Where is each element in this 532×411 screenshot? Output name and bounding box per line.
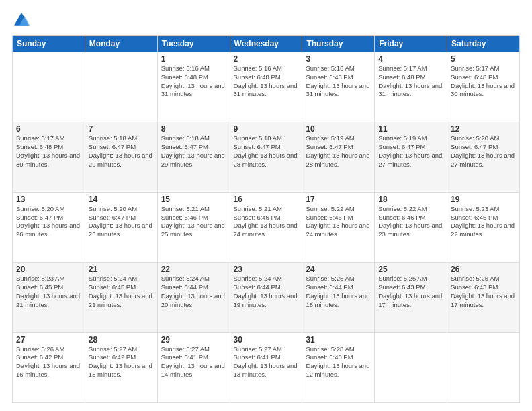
day-number: 12 [451,124,516,134]
day-info: Sunrise: 5:19 AM Sunset: 6:47 PM Dayligh… [306,134,371,169]
day-number: 6 [16,124,81,134]
day-number: 4 [378,54,443,64]
calendar-cell [447,332,520,402]
day-info: Sunrise: 5:20 AM Sunset: 6:47 PM Dayligh… [16,205,81,239]
day-number: 1 [161,54,226,64]
calendar-cell: 6Sunrise: 5:17 AM Sunset: 6:48 PM Daylig… [13,122,85,192]
day-info: Sunrise: 5:27 AM Sunset: 6:42 PM Dayligh… [89,345,154,379]
day-number: 20 [16,265,81,274]
calendar-cell: 24Sunrise: 5:25 AM Sunset: 6:44 PM Dayli… [302,263,375,332]
day-number: 29 [161,335,226,345]
day-info: Sunrise: 5:20 AM Sunset: 6:47 PM Dayligh… [89,205,154,239]
day-number: 3 [306,54,371,64]
day-info: Sunrise: 5:22 AM Sunset: 6:46 PM Dayligh… [378,205,443,239]
day-number: 2 [234,54,299,64]
calendar-week-row: 6Sunrise: 5:17 AM Sunset: 6:48 PM Daylig… [13,122,520,192]
day-number: 27 [16,335,81,345]
day-number: 10 [306,124,371,134]
calendar-cell: 14Sunrise: 5:20 AM Sunset: 6:47 PM Dayli… [85,192,157,262]
day-info: Sunrise: 5:25 AM Sunset: 6:43 PM Dayligh… [378,275,443,309]
calendar-cell: 3Sunrise: 5:16 AM Sunset: 6:48 PM Daylig… [302,52,375,122]
day-info: Sunrise: 5:17 AM Sunset: 6:48 PM Dayligh… [378,64,443,99]
calendar-cell: 31Sunrise: 5:28 AM Sunset: 6:40 PM Dayli… [302,332,375,402]
day-info: Sunrise: 5:16 AM Sunset: 6:48 PM Dayligh… [161,64,226,99]
calendar-cell: 19Sunrise: 5:23 AM Sunset: 6:45 PM Dayli… [447,192,520,262]
calendar-cell: 27Sunrise: 5:26 AM Sunset: 6:42 PM Dayli… [13,332,85,402]
calendar-cell: 11Sunrise: 5:19 AM Sunset: 6:47 PM Dayli… [375,122,447,192]
page: SundayMondayTuesdayWednesdayThursdayFrid… [0,0,532,411]
day-number: 18 [378,195,443,204]
day-number: 22 [161,265,226,274]
calendar-cell: 18Sunrise: 5:22 AM Sunset: 6:46 PM Dayli… [375,192,447,262]
calendar-cell: 25Sunrise: 5:25 AM Sunset: 6:43 PM Dayli… [375,263,447,332]
day-number: 31 [306,335,371,345]
day-number: 19 [451,195,516,204]
weekday-header: Saturday [447,36,520,52]
day-number: 30 [234,335,299,345]
calendar-cell [375,332,447,402]
day-info: Sunrise: 5:24 AM Sunset: 6:44 PM Dayligh… [234,275,299,309]
top-section [12,11,520,30]
calendar-table: SundayMondayTuesdayWednesdayThursdayFrid… [12,35,520,403]
calendar-cell: 21Sunrise: 5:24 AM Sunset: 6:45 PM Dayli… [85,263,157,332]
day-info: Sunrise: 5:24 AM Sunset: 6:45 PM Dayligh… [89,275,154,309]
day-number: 15 [161,195,226,204]
calendar-cell: 5Sunrise: 5:17 AM Sunset: 6:48 PM Daylig… [447,52,520,122]
day-info: Sunrise: 5:18 AM Sunset: 6:47 PM Dayligh… [234,134,299,169]
day-info: Sunrise: 5:26 AM Sunset: 6:43 PM Dayligh… [451,275,516,309]
day-info: Sunrise: 5:26 AM Sunset: 6:42 PM Dayligh… [16,345,81,379]
weekday-header: Sunday [13,36,85,52]
day-number: 13 [16,195,81,204]
day-number: 25 [378,265,443,274]
weekday-header: Monday [85,36,157,52]
calendar-cell: 9Sunrise: 5:18 AM Sunset: 6:47 PM Daylig… [230,122,302,192]
calendar-cell: 8Sunrise: 5:18 AM Sunset: 6:47 PM Daylig… [157,122,230,192]
calendar-cell [13,52,85,122]
calendar-cell: 15Sunrise: 5:21 AM Sunset: 6:46 PM Dayli… [157,192,230,262]
day-info: Sunrise: 5:23 AM Sunset: 6:45 PM Dayligh… [451,205,516,239]
calendar-week-row: 27Sunrise: 5:26 AM Sunset: 6:42 PM Dayli… [13,332,520,402]
weekday-header: Wednesday [230,36,302,52]
day-info: Sunrise: 5:23 AM Sunset: 6:45 PM Dayligh… [16,275,81,309]
day-info: Sunrise: 5:16 AM Sunset: 6:48 PM Dayligh… [306,64,371,99]
weekday-header: Tuesday [157,36,230,52]
day-number: 16 [234,195,299,204]
day-number: 5 [451,54,516,64]
day-number: 28 [89,335,154,345]
calendar-cell: 2Sunrise: 5:16 AM Sunset: 6:48 PM Daylig… [230,52,302,122]
day-info: Sunrise: 5:17 AM Sunset: 6:48 PM Dayligh… [16,134,81,169]
day-info: Sunrise: 5:21 AM Sunset: 6:46 PM Dayligh… [234,205,299,239]
calendar-cell: 20Sunrise: 5:23 AM Sunset: 6:45 PM Dayli… [13,263,85,332]
day-number: 26 [451,265,516,274]
calendar-cell: 30Sunrise: 5:27 AM Sunset: 6:41 PM Dayli… [230,332,302,402]
day-number: 11 [378,124,443,134]
calendar-cell: 12Sunrise: 5:20 AM Sunset: 6:47 PM Dayli… [447,122,520,192]
calendar-cell: 17Sunrise: 5:22 AM Sunset: 6:46 PM Dayli… [302,192,375,262]
day-info: Sunrise: 5:17 AM Sunset: 6:48 PM Dayligh… [451,64,516,99]
day-number: 23 [234,265,299,274]
day-number: 21 [89,265,154,274]
calendar-cell: 26Sunrise: 5:26 AM Sunset: 6:43 PM Dayli… [447,263,520,332]
day-info: Sunrise: 5:22 AM Sunset: 6:46 PM Dayligh… [306,205,371,239]
calendar-cell: 29Sunrise: 5:27 AM Sunset: 6:41 PM Dayli… [157,332,230,402]
calendar-cell: 4Sunrise: 5:17 AM Sunset: 6:48 PM Daylig… [375,52,447,122]
calendar-cell: 23Sunrise: 5:24 AM Sunset: 6:44 PM Dayli… [230,263,302,332]
day-info: Sunrise: 5:24 AM Sunset: 6:44 PM Dayligh… [161,275,226,309]
calendar-cell: 1Sunrise: 5:16 AM Sunset: 6:48 PM Daylig… [157,52,230,122]
day-info: Sunrise: 5:25 AM Sunset: 6:44 PM Dayligh… [306,275,371,309]
calendar-week-row: 1Sunrise: 5:16 AM Sunset: 6:48 PM Daylig… [13,52,520,122]
day-info: Sunrise: 5:20 AM Sunset: 6:47 PM Dayligh… [451,134,516,169]
day-info: Sunrise: 5:19 AM Sunset: 6:47 PM Dayligh… [378,134,443,169]
calendar-week-row: 13Sunrise: 5:20 AM Sunset: 6:47 PM Dayli… [13,192,520,262]
day-number: 17 [306,195,371,204]
day-info: Sunrise: 5:16 AM Sunset: 6:48 PM Dayligh… [234,64,299,99]
weekday-header-row: SundayMondayTuesdayWednesdayThursdayFrid… [13,36,520,52]
day-info: Sunrise: 5:18 AM Sunset: 6:47 PM Dayligh… [161,134,226,169]
logo-icon [12,11,31,30]
day-number: 9 [234,124,299,134]
day-info: Sunrise: 5:27 AM Sunset: 6:41 PM Dayligh… [161,345,226,379]
calendar-cell: 10Sunrise: 5:19 AM Sunset: 6:47 PM Dayli… [302,122,375,192]
calendar-cell: 22Sunrise: 5:24 AM Sunset: 6:44 PM Dayli… [157,263,230,332]
calendar-cell: 16Sunrise: 5:21 AM Sunset: 6:46 PM Dayli… [230,192,302,262]
calendar-cell: 28Sunrise: 5:27 AM Sunset: 6:42 PM Dayli… [85,332,157,402]
